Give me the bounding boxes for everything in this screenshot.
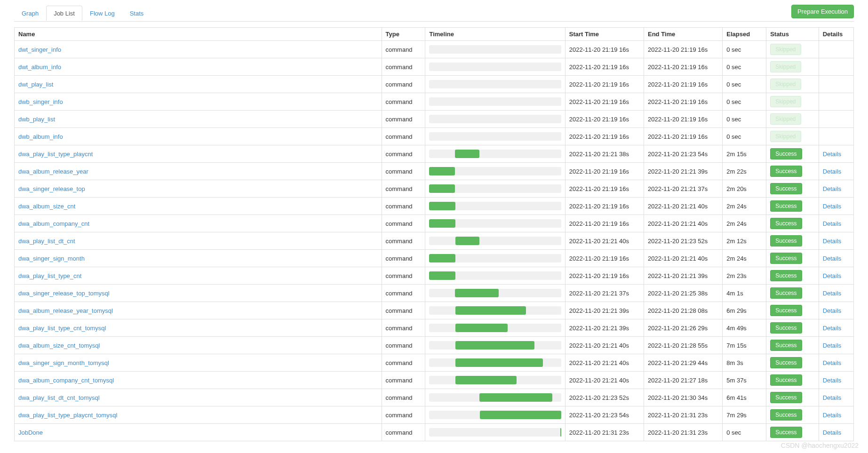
job-name-link[interactable]: dwa_play_list_type_playcnt — [18, 151, 93, 158]
job-status-cell: Success — [766, 302, 819, 319]
job-details-cell — [819, 76, 853, 93]
timeline-bar — [429, 167, 561, 175]
details-link[interactable]: Details — [823, 220, 842, 227]
table-row: dwa_album_size_cntcommand2022-11-20 21:1… — [15, 198, 854, 215]
timeline-bar — [429, 341, 561, 350]
details-link[interactable]: Details — [823, 412, 842, 419]
details-link[interactable]: Details — [823, 429, 842, 436]
job-details-cell: Details — [819, 424, 853, 441]
status-badge: Success — [770, 253, 802, 264]
details-link[interactable]: Details — [823, 307, 842, 314]
timeline-bar — [429, 428, 561, 437]
job-status-cell: Success — [766, 389, 819, 406]
status-badge: Success — [770, 218, 802, 229]
job-name-link[interactable]: dwa_album_release_year — [18, 168, 88, 175]
job-elapsed: 7m 15s — [723, 337, 766, 354]
job-start-time: 2022-11-20 21:19 16s — [565, 58, 644, 76]
job-name-link[interactable]: dwb_play_list — [18, 116, 55, 123]
job-end-time: 2022-11-20 21:21 39s — [644, 267, 723, 285]
timeline-fill — [455, 150, 479, 158]
details-link[interactable]: Details — [823, 394, 842, 401]
job-name-link[interactable]: dwa_play_list_type_cnt_tomysql — [18, 325, 106, 332]
tab-graph[interactable]: Graph — [14, 6, 46, 21]
tab-stats[interactable]: Stats — [122, 6, 151, 21]
header-details: Details — [819, 28, 853, 41]
job-name-link[interactable]: dwt_singer_info — [18, 46, 61, 53]
tab-flow-log[interactable]: Flow Log — [82, 6, 122, 21]
details-link[interactable]: Details — [823, 290, 842, 297]
status-badge: Skipped — [770, 61, 801, 72]
job-name-link[interactable]: dwa_album_company_cnt_tomysql — [18, 377, 114, 384]
job-name-link[interactable]: dwa_album_release_year_tomysql — [18, 307, 113, 314]
details-link[interactable]: Details — [823, 272, 842, 279]
job-timeline-cell — [425, 372, 565, 389]
job-name-link[interactable]: dwa_album_company_cnt — [18, 220, 89, 227]
details-link[interactable]: Details — [823, 325, 842, 332]
job-name-link[interactable]: dwb_singer_info — [18, 98, 63, 105]
table-row: dwt_singer_infocommand2022-11-20 21:19 1… — [15, 41, 854, 58]
job-elapsed: 0 sec — [723, 58, 766, 76]
job-end-time: 2022-11-20 21:28 55s — [644, 337, 723, 354]
details-link[interactable]: Details — [823, 359, 842, 366]
job-elapsed: 2m 24s — [723, 215, 766, 232]
job-name-link[interactable]: dwa_singer_sign_month_tomysql — [18, 359, 109, 366]
job-timeline-cell — [425, 198, 565, 215]
job-timeline-cell — [425, 128, 565, 145]
job-start-time: 2022-11-20 21:19 16s — [565, 93, 644, 111]
job-name-link[interactable]: dwb_album_info — [18, 133, 63, 140]
job-start-time: 2022-11-20 21:19 16s — [565, 128, 644, 145]
timeline-fill — [479, 393, 552, 402]
timeline-fill — [480, 411, 561, 419]
job-end-time: 2022-11-20 21:25 38s — [644, 285, 723, 302]
job-timeline-cell — [425, 389, 565, 406]
job-type: command — [382, 128, 425, 145]
timeline-fill — [455, 289, 499, 297]
job-type: command — [382, 389, 425, 406]
table-row: dwa_play_list_dt_cnt_tomysqlcommand2022-… — [15, 389, 854, 406]
details-link[interactable]: Details — [823, 151, 842, 158]
details-link[interactable]: Details — [823, 168, 842, 175]
details-link[interactable]: Details — [823, 255, 842, 262]
job-start-time: 2022-11-20 21:21 39s — [565, 302, 644, 319]
job-timeline-cell — [425, 302, 565, 319]
job-name-link[interactable]: dwa_play_list_dt_cnt — [18, 238, 75, 245]
job-list-table: Name Type Timeline Start Time End Time E… — [14, 27, 854, 441]
job-name-link[interactable]: JobDone — [18, 429, 43, 436]
timeline-fill — [455, 306, 526, 315]
tab-job-list[interactable]: Job List — [46, 6, 82, 21]
job-start-time: 2022-11-20 21:31 23s — [565, 424, 644, 441]
prepare-execution-button[interactable]: Prepare Execution — [791, 5, 854, 18]
job-name-link[interactable]: dwa_play_list_type_cnt — [18, 272, 81, 279]
status-badge: Success — [770, 166, 802, 177]
job-start-time: 2022-11-20 21:21 40s — [565, 354, 644, 372]
job-name-link[interactable]: dwa_singer_sign_month — [18, 255, 85, 262]
job-end-time: 2022-11-20 21:19 16s — [644, 58, 723, 76]
details-link[interactable]: Details — [823, 238, 842, 245]
job-name-link[interactable]: dwt_play_list — [18, 81, 53, 88]
job-name-link[interactable]: dwa_play_list_dt_cnt_tomysql — [18, 394, 100, 401]
job-end-time: 2022-11-20 21:19 16s — [644, 93, 723, 111]
job-timeline-cell — [425, 215, 565, 232]
job-timeline-cell — [425, 58, 565, 76]
job-name-link[interactable]: dwa_singer_release_top — [18, 185, 85, 192]
job-name-link[interactable]: dwa_album_size_cnt_tomysql — [18, 342, 100, 349]
details-link[interactable]: Details — [823, 203, 842, 210]
details-link[interactable]: Details — [823, 185, 842, 192]
job-type: command — [382, 250, 425, 267]
job-type: command — [382, 406, 425, 424]
details-link[interactable]: Details — [823, 377, 842, 384]
job-end-time: 2022-11-20 21:31 23s — [644, 424, 723, 441]
job-end-time: 2022-11-20 21:31 23s — [644, 406, 723, 424]
job-status-cell: Success — [766, 163, 819, 180]
job-details-cell — [819, 58, 853, 76]
job-start-time: 2022-11-20 21:23 52s — [565, 389, 644, 406]
job-name-link[interactable]: dwa_album_size_cnt — [18, 203, 75, 210]
header-status: Status — [766, 28, 819, 41]
job-name-link[interactable]: dwa_singer_release_top_tomysql — [18, 290, 110, 297]
timeline-fill — [560, 428, 561, 437]
details-link[interactable]: Details — [823, 342, 842, 349]
job-name-link[interactable]: dwa_play_list_type_playcnt_tomysql — [18, 412, 117, 419]
job-name-link[interactable]: dwt_album_info — [18, 64, 61, 71]
job-status-cell: Success — [766, 250, 819, 267]
header-type: Type — [382, 28, 425, 41]
